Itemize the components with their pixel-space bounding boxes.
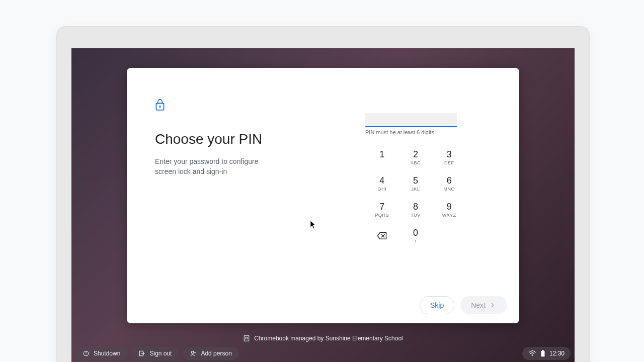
add-person-icon [190,350,197,357]
shelf-left: Shutdown Sign out Add person [75,347,239,360]
keypad-key-3[interactable]: 3 DEF [432,144,466,170]
managed-bar: Chromebook managed by Sunshine Elementar… [71,335,575,342]
managed-text: Chromebook managed by Sunshine Elementar… [254,335,403,342]
pin-keypad: 1 2 ABC 3 DEF 4 GHI [365,144,466,249]
clock-label: 12:30 [549,350,565,357]
signout-button[interactable]: Sign out [131,347,179,360]
keypad-key-4[interactable]: 4 GHI [365,170,399,197]
svg-rect-8 [246,338,247,339]
keypad-key-7[interactable]: 7 PQRS [365,197,399,223]
skip-button[interactable]: Skip [420,296,454,314]
pin-hint: PIN must be at least 6 digits [365,129,491,135]
keypad-key-9[interactable]: 9 WXYZ [432,197,466,223]
keypad-backspace[interactable] [365,223,399,249]
backspace-icon [377,232,387,239]
chevron-right-icon [489,301,497,309]
svg-rect-9 [247,338,248,339]
status-tray[interactable]: 12:30 [522,347,571,360]
pin-entry-section: PIN must be at least 6 digits 1 2 ABC 3 … [365,113,491,249]
add-person-button[interactable]: Add person [183,347,238,360]
pin-setup-dialog: Choose your PIN Enter your password to c… [127,68,519,323]
dialog-footer: Skip Next [420,296,507,314]
keypad-key-6[interactable]: 6 MNO [432,170,466,197]
screen: Choose your PIN Enter your password to c… [71,48,575,362]
laptop-frame: Choose your PIN Enter your password to c… [56,26,590,362]
svg-rect-7 [247,337,248,338]
keypad-spacer [432,223,466,249]
wifi-icon [528,350,536,356]
svg-point-13 [192,351,194,353]
signout-icon [138,350,145,357]
power-icon [83,350,90,357]
shelf: Shutdown Sign out Add person [71,344,575,362]
keypad-key-1[interactable]: 1 [365,144,399,170]
svg-rect-17 [541,351,544,356]
next-button[interactable]: Next [460,296,507,314]
enterprise-icon [243,335,250,342]
keypad-key-5[interactable]: 5 JKL [399,170,433,197]
pin-input[interactable] [365,113,457,127]
svg-rect-6 [246,337,247,338]
svg-point-16 [532,354,533,356]
keypad-key-0[interactable]: 0 + [399,223,433,249]
shutdown-button[interactable]: Shutdown [75,347,127,360]
dialog-description: Enter your password to configure screen … [155,156,276,177]
svg-rect-5 [245,336,249,341]
svg-rect-18 [542,350,544,351]
lock-icon [155,98,165,111]
keypad-key-2[interactable]: 2 ABC [399,144,433,170]
keypad-key-8[interactable]: 8 TUV [399,197,433,223]
battery-icon [540,350,545,357]
